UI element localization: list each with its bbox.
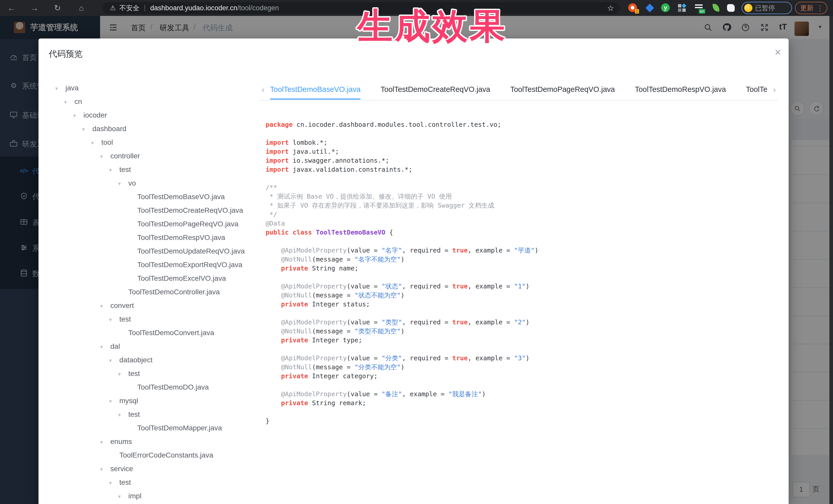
security-label[interactable]: 不安全 [119,4,139,13]
tree-file[interactable]: ToolTestDemoConvert.java [39,326,259,339]
tree-folder[interactable]: ▾test [39,312,259,326]
tree-file[interactable]: ToolTestDemoController.java [39,285,259,299]
tree-label: ToolTestDemoExportReqVO.java [137,261,242,269]
caret-down-icon[interactable]: ▾ [118,177,128,190]
tree-label: ToolTestDemoController.java [128,288,220,296]
tree-folder[interactable]: ▾convert [39,299,259,312]
caret-down-icon[interactable]: ▾ [100,462,110,476]
tree-folder[interactable]: ▾service [39,462,259,476]
caret-down-icon[interactable]: ▾ [118,367,128,381]
tree-folder[interactable]: ▾enums [39,435,259,448]
tree-folder[interactable]: ▾test [39,476,259,489]
tree-folder[interactable]: ▾dataobject [39,353,259,367]
code-line: public class ToolTestDemoBaseVO { [266,228,779,237]
caret-down-icon[interactable]: ▾ [55,81,66,95]
extension-puzzle-icon[interactable] [726,3,736,13]
tree-file[interactable]: ToolTestDemoDO.java [39,380,259,394]
tree-folder[interactable]: ▾controller [39,149,259,163]
tree-label: tool [101,138,113,146]
extension-y-icon[interactable]: y [661,3,670,13]
tree-file[interactable]: ToolTestDemoPageReqVO.java [39,217,259,231]
tabs-scroll-right-icon[interactable]: › [771,79,778,100]
tree-file[interactable]: ToolTestDemoExcelVO.java [39,271,259,285]
url-path[interactable]: /tool/codegen [237,4,279,12]
caret-down-icon[interactable]: ▾ [109,476,119,489]
bookmark-star-icon[interactable]: ☆ [607,4,614,13]
tree-folder[interactable]: ▾test [39,163,259,176]
caret-down-icon[interactable]: ▾ [118,408,128,422]
code-line: @ApiModelProperty(value = "名字", required… [266,246,779,255]
tree-file[interactable]: ToolErrorCodeConstants.java [39,448,259,462]
tree-folder[interactable]: ▾iocoder [39,108,259,122]
tree-label: enums [110,437,132,446]
caret-down-icon[interactable]: ▾ [64,95,74,109]
home-icon[interactable]: ⌂ [76,0,87,16]
tab-file[interactable]: ToolTe [746,79,767,100]
tree-label: ToolTestDemoBaseVO.java [137,193,225,201]
caret-down-icon[interactable]: ▾ [109,354,119,367]
tab-file[interactable]: ToolTestDemoCreateReqVO.java [381,79,490,100]
tree-folder[interactable]: ▾java [39,81,259,95]
code-line: @NotNull(message = "名字不能为空") [266,255,779,264]
tree-folder[interactable]: ▾cn [39,95,259,108]
caret-down-icon[interactable]: ▾ [100,340,110,354]
caret-down-icon[interactable]: ▾ [109,313,119,327]
code-line: import javax.validation.constraints.*; [266,165,779,174]
tabs-scroll-left-icon[interactable]: ‹ [259,79,267,100]
url-host[interactable]: dashboard.yudao.iocoder.cn [150,4,237,12]
reload-icon[interactable]: ↻ [52,0,63,16]
code-line: @NotNull(message = "分类不能为空") [266,363,779,371]
tree-label: dataobject [119,356,152,364]
code-view[interactable]: package cn.iocoder.dashboard.modules.too… [266,120,779,500]
caret-down-icon[interactable]: ▾ [100,435,110,449]
tree-folder[interactable]: ▾test [39,408,259,421]
browser-update-button[interactable]: 更新 ⋮ [795,2,827,14]
tree-file[interactable]: ToolTestDemoBaseVO.java [39,190,259,203]
caret-down-icon[interactable]: ▾ [73,109,84,122]
close-icon[interactable]: × [771,46,784,59]
tab-file[interactable]: ToolTestDemoRespVO.java [635,79,726,100]
back-icon[interactable]: ← [6,0,17,16]
browser-menu-dots-icon[interactable]: ⋮ [816,4,824,12]
tree-label: iocoder [84,111,107,119]
browser-scrollbar[interactable] [829,16,833,504]
profile-paused-chip[interactable]: 已暂停 [742,2,792,14]
tree-label: test [119,166,131,173]
tree-label: ToolTestDemoCreateReqVO.java [137,206,243,214]
tree-folder[interactable]: ▾impl [39,489,259,503]
extension-sprout-icon[interactable] [711,3,721,13]
code-line: @ApiModelProperty(value = "类型", required… [266,318,779,327]
tree-file[interactable]: ToolTestDemoRespVO.java [39,231,259,244]
extension-list-icon[interactable]: on [694,3,704,13]
code-line: @NotNull(message = "类型不能为空") [266,327,779,336]
tree-file[interactable]: ToolTestDemoServiceImpl.java [39,503,259,504]
forward-icon[interactable]: → [29,0,40,16]
tree-file[interactable]: ToolTestDemoExportReqVO.java [39,258,259,271]
tab-file[interactable]: ToolTestDemoPageReqVO.java [510,79,615,100]
tree-file[interactable]: ToolTestDemoCreateReqVO.java [39,203,259,217]
tree-folder[interactable]: ▾mysql [39,394,259,408]
tab-file[interactable]: ToolTestDemoBaseVO.java [270,79,361,100]
extension-orange-icon[interactable]: 1 [628,3,638,13]
tree-folder[interactable]: ▾test [39,367,259,380]
caret-down-icon[interactable]: ▾ [118,489,128,503]
update-label: 更新 [800,4,813,13]
tree-label: java [66,84,78,92]
tree-folder[interactable]: ▾vo [39,176,259,190]
caret-down-icon[interactable]: ▾ [109,163,119,177]
caret-down-icon[interactable]: ▾ [100,150,110,163]
extension-grid-icon[interactable] [678,4,687,13]
tree-label: ToolErrorCodeConstants.java [119,451,213,459]
caret-down-icon[interactable]: ▾ [100,299,110,313]
caret-down-icon[interactable]: ▾ [91,136,101,150]
tree-folder[interactable]: ▾tool [39,136,259,149]
tree-folder[interactable]: ▾dal [39,339,259,353]
tree-file[interactable]: ToolTestDemoMapper.java [39,421,259,435]
caret-down-icon[interactable]: ▾ [109,394,119,408]
extension-gem-icon[interactable] [645,4,654,14]
tree-file[interactable]: ToolTestDemoUpdateReqVO.java [39,244,259,258]
caret-down-icon[interactable]: ▾ [82,122,92,136]
code-line: import java.util.*; [266,147,779,156]
tree-folder[interactable]: ▾dashboard [39,122,259,136]
code-line [266,345,779,354]
